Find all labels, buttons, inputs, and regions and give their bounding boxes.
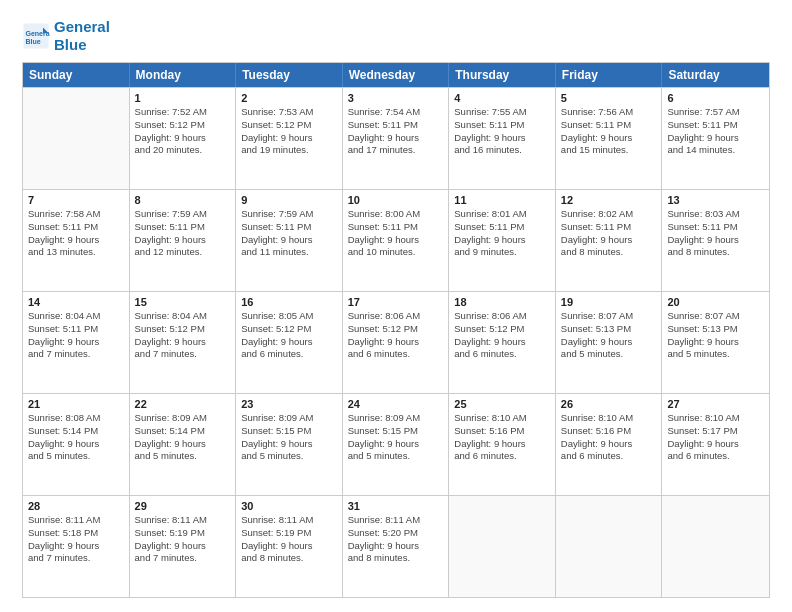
calendar-cell: 7Sunrise: 7:58 AM Sunset: 5:11 PM Daylig… [23,190,130,291]
day-number: 8 [135,194,231,206]
day-info: Sunrise: 8:02 AM Sunset: 5:11 PM Dayligh… [561,208,657,259]
calendar-cell: 12Sunrise: 8:02 AM Sunset: 5:11 PM Dayli… [556,190,663,291]
calendar-cell: 11Sunrise: 8:01 AM Sunset: 5:11 PM Dayli… [449,190,556,291]
logo-text: General Blue [54,18,110,54]
day-number: 24 [348,398,444,410]
calendar-cell: 17Sunrise: 8:06 AM Sunset: 5:12 PM Dayli… [343,292,450,393]
calendar-row-1: 1Sunrise: 7:52 AM Sunset: 5:12 PM Daylig… [23,87,769,189]
day-info: Sunrise: 8:11 AM Sunset: 5:19 PM Dayligh… [241,514,337,565]
calendar-cell: 15Sunrise: 8:04 AM Sunset: 5:12 PM Dayli… [130,292,237,393]
day-info: Sunrise: 7:56 AM Sunset: 5:11 PM Dayligh… [561,106,657,157]
day-info: Sunrise: 8:07 AM Sunset: 5:13 PM Dayligh… [667,310,764,361]
calendar-cell [449,496,556,597]
calendar-cell: 29Sunrise: 8:11 AM Sunset: 5:19 PM Dayli… [130,496,237,597]
day-info: Sunrise: 8:01 AM Sunset: 5:11 PM Dayligh… [454,208,550,259]
calendar-cell: 14Sunrise: 8:04 AM Sunset: 5:11 PM Dayli… [23,292,130,393]
logo-icon: General Blue [22,22,50,50]
calendar-cell: 20Sunrise: 8:07 AM Sunset: 5:13 PM Dayli… [662,292,769,393]
day-number: 12 [561,194,657,206]
calendar-cell: 25Sunrise: 8:10 AM Sunset: 5:16 PM Dayli… [449,394,556,495]
day-number: 1 [135,92,231,104]
day-number: 10 [348,194,444,206]
calendar-row-2: 7Sunrise: 7:58 AM Sunset: 5:11 PM Daylig… [23,189,769,291]
day-info: Sunrise: 8:09 AM Sunset: 5:15 PM Dayligh… [241,412,337,463]
calendar-cell: 28Sunrise: 8:11 AM Sunset: 5:18 PM Dayli… [23,496,130,597]
day-number: 6 [667,92,764,104]
day-number: 16 [241,296,337,308]
day-info: Sunrise: 8:00 AM Sunset: 5:11 PM Dayligh… [348,208,444,259]
day-info: Sunrise: 8:06 AM Sunset: 5:12 PM Dayligh… [454,310,550,361]
day-info: Sunrise: 7:57 AM Sunset: 5:11 PM Dayligh… [667,106,764,157]
day-header-wednesday: Wednesday [343,63,450,87]
day-number: 18 [454,296,550,308]
calendar-cell: 5Sunrise: 7:56 AM Sunset: 5:11 PM Daylig… [556,88,663,189]
calendar-cell: 27Sunrise: 8:10 AM Sunset: 5:17 PM Dayli… [662,394,769,495]
day-number: 15 [135,296,231,308]
day-number: 7 [28,194,124,206]
calendar-cell: 8Sunrise: 7:59 AM Sunset: 5:11 PM Daylig… [130,190,237,291]
day-info: Sunrise: 7:52 AM Sunset: 5:12 PM Dayligh… [135,106,231,157]
day-info: Sunrise: 8:09 AM Sunset: 5:14 PM Dayligh… [135,412,231,463]
day-info: Sunrise: 8:09 AM Sunset: 5:15 PM Dayligh… [348,412,444,463]
day-number: 31 [348,500,444,512]
day-number: 4 [454,92,550,104]
calendar-cell: 16Sunrise: 8:05 AM Sunset: 5:12 PM Dayli… [236,292,343,393]
day-header-monday: Monday [130,63,237,87]
day-info: Sunrise: 8:06 AM Sunset: 5:12 PM Dayligh… [348,310,444,361]
calendar-row-3: 14Sunrise: 8:04 AM Sunset: 5:11 PM Dayli… [23,291,769,393]
calendar-cell: 30Sunrise: 8:11 AM Sunset: 5:19 PM Dayli… [236,496,343,597]
day-info: Sunrise: 8:03 AM Sunset: 5:11 PM Dayligh… [667,208,764,259]
svg-text:Blue: Blue [26,38,41,45]
day-number: 30 [241,500,337,512]
calendar-body: 1Sunrise: 7:52 AM Sunset: 5:12 PM Daylig… [23,87,769,597]
calendar-header: SundayMondayTuesdayWednesdayThursdayFrid… [23,63,769,87]
day-number: 27 [667,398,764,410]
day-info: Sunrise: 8:11 AM Sunset: 5:18 PM Dayligh… [28,514,124,565]
day-number: 19 [561,296,657,308]
day-header-friday: Friday [556,63,663,87]
day-number: 3 [348,92,444,104]
day-info: Sunrise: 7:54 AM Sunset: 5:11 PM Dayligh… [348,106,444,157]
day-number: 23 [241,398,337,410]
calendar-row-4: 21Sunrise: 8:08 AM Sunset: 5:14 PM Dayli… [23,393,769,495]
header: General Blue General Blue [22,18,770,54]
day-info: Sunrise: 8:04 AM Sunset: 5:11 PM Dayligh… [28,310,124,361]
calendar-cell: 31Sunrise: 8:11 AM Sunset: 5:20 PM Dayli… [343,496,450,597]
calendar-cell: 9Sunrise: 7:59 AM Sunset: 5:11 PM Daylig… [236,190,343,291]
day-header-sunday: Sunday [23,63,130,87]
calendar-cell: 1Sunrise: 7:52 AM Sunset: 5:12 PM Daylig… [130,88,237,189]
day-info: Sunrise: 8:10 AM Sunset: 5:16 PM Dayligh… [454,412,550,463]
day-info: Sunrise: 8:11 AM Sunset: 5:19 PM Dayligh… [135,514,231,565]
day-info: Sunrise: 7:59 AM Sunset: 5:11 PM Dayligh… [135,208,231,259]
day-info: Sunrise: 7:58 AM Sunset: 5:11 PM Dayligh… [28,208,124,259]
day-number: 11 [454,194,550,206]
day-header-tuesday: Tuesday [236,63,343,87]
day-number: 9 [241,194,337,206]
calendar-cell: 3Sunrise: 7:54 AM Sunset: 5:11 PM Daylig… [343,88,450,189]
calendar-cell [23,88,130,189]
day-info: Sunrise: 8:11 AM Sunset: 5:20 PM Dayligh… [348,514,444,565]
day-info: Sunrise: 8:04 AM Sunset: 5:12 PM Dayligh… [135,310,231,361]
calendar-cell: 4Sunrise: 7:55 AM Sunset: 5:11 PM Daylig… [449,88,556,189]
page: General Blue General Blue SundayMondayTu… [0,0,792,612]
day-info: Sunrise: 8:07 AM Sunset: 5:13 PM Dayligh… [561,310,657,361]
calendar-cell: 26Sunrise: 8:10 AM Sunset: 5:16 PM Dayli… [556,394,663,495]
day-header-saturday: Saturday [662,63,769,87]
calendar-cell: 2Sunrise: 7:53 AM Sunset: 5:12 PM Daylig… [236,88,343,189]
calendar: SundayMondayTuesdayWednesdayThursdayFrid… [22,62,770,598]
calendar-cell: 21Sunrise: 8:08 AM Sunset: 5:14 PM Dayli… [23,394,130,495]
day-number: 14 [28,296,124,308]
day-number: 20 [667,296,764,308]
day-info: Sunrise: 7:59 AM Sunset: 5:11 PM Dayligh… [241,208,337,259]
day-number: 26 [561,398,657,410]
day-number: 21 [28,398,124,410]
day-number: 22 [135,398,231,410]
logo: General Blue General Blue [22,18,110,54]
day-number: 5 [561,92,657,104]
calendar-cell: 13Sunrise: 8:03 AM Sunset: 5:11 PM Dayli… [662,190,769,291]
calendar-cell: 22Sunrise: 8:09 AM Sunset: 5:14 PM Dayli… [130,394,237,495]
day-number: 17 [348,296,444,308]
day-header-thursday: Thursday [449,63,556,87]
day-info: Sunrise: 8:08 AM Sunset: 5:14 PM Dayligh… [28,412,124,463]
calendar-cell: 18Sunrise: 8:06 AM Sunset: 5:12 PM Dayli… [449,292,556,393]
